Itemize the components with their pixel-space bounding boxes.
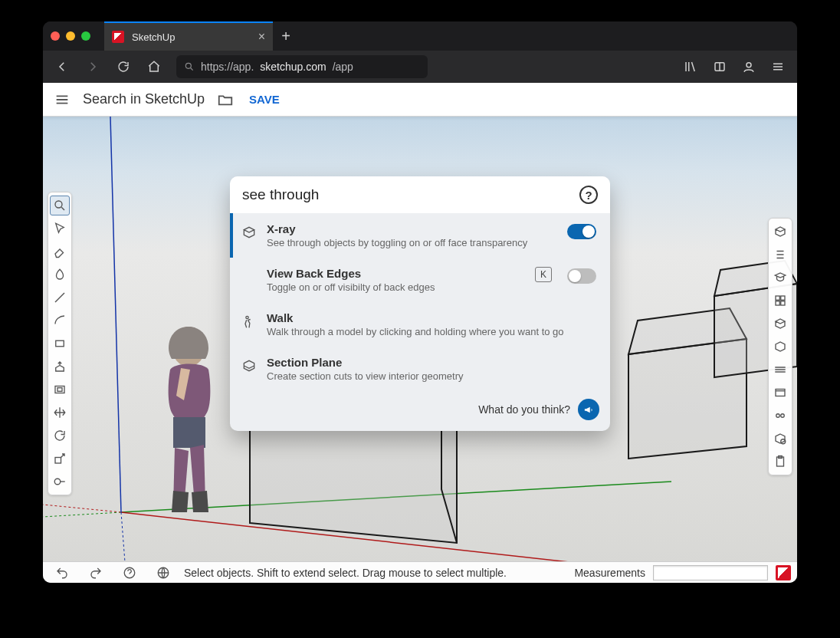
offset-tool-button[interactable] — [50, 380, 70, 400]
arc-tool-button[interactable] — [50, 311, 70, 331]
redo-button[interactable] — [83, 561, 109, 584]
sketchup-favicon-icon — [112, 31, 124, 43]
undo-button[interactable] — [49, 561, 75, 584]
browser-tabbar: SketchUp × + — [43, 21, 797, 51]
svg-rect-20 — [55, 386, 64, 393]
svg-rect-17 — [173, 417, 205, 448]
close-tab-icon[interactable]: × — [258, 30, 265, 44]
result-walk[interactable]: Walk Walk through a model by clicking an… — [230, 302, 610, 347]
browser-toolbar: https://app.sketchup.com/app — [43, 51, 797, 83]
entity-info-button[interactable] — [770, 222, 790, 242]
instructor-button[interactable] — [770, 268, 790, 288]
select-tool-button[interactable] — [50, 219, 70, 238]
result-desc: See through objects by toggling on or of… — [267, 237, 558, 248]
minimize-window-icon[interactable] — [66, 31, 75, 41]
scenes-button[interactable] — [770, 383, 790, 403]
result-view-back-edges[interactable]: View Back Edges Toggle on or off visibil… — [230, 258, 610, 302]
components-button[interactable] — [770, 291, 790, 311]
shortcut-badge: K — [535, 267, 552, 282]
result-title: X-ray — [267, 222, 558, 235]
svg-point-2 — [746, 63, 751, 67]
main-menu-button[interactable] — [49, 88, 75, 111]
result-title: Section Plane — [267, 356, 596, 369]
search-results-popup: ? X-ray See through objects by toggling … — [230, 176, 610, 431]
svg-rect-27 — [781, 301, 785, 305]
open-file-button[interactable] — [212, 88, 238, 111]
left-toolbar — [48, 192, 72, 495]
rotate-tool-button[interactable] — [50, 426, 70, 446]
feedback-label: What do you think? — [478, 403, 570, 416]
result-xray[interactable]: X-ray See through objects by toggling on… — [230, 213, 610, 258]
status-bar: Select objects. Shift to extend select. … — [43, 561, 797, 583]
clipboard-button[interactable] — [770, 452, 790, 472]
result-desc: Toggle on or off visibilty of back edges — [267, 281, 526, 293]
pushpull-tool-button[interactable] — [50, 357, 70, 377]
forward-button[interactable] — [80, 55, 106, 78]
browser-tab[interactable]: SketchUp × — [104, 21, 273, 51]
language-button[interactable] — [150, 561, 176, 584]
tags-button[interactable] — [770, 360, 790, 380]
model-viewport[interactable]: ? X-ray See through objects by toggling … — [43, 117, 797, 561]
svg-point-23 — [54, 479, 61, 485]
xray-icon — [241, 224, 258, 241]
search-icon — [184, 61, 195, 72]
reload-button[interactable] — [110, 55, 136, 78]
result-title: Walk — [267, 311, 596, 324]
eraser-tool-button[interactable] — [50, 242, 70, 261]
right-toolbar — [768, 218, 792, 475]
url-field[interactable]: https://app.sketchup.com/app — [176, 55, 428, 78]
display-button[interactable] — [770, 406, 790, 426]
browser-window: SketchUp × + https://app.sketchup.com/ap… — [43, 21, 797, 583]
svg-line-6 — [43, 505, 121, 512]
back-button[interactable] — [49, 55, 75, 78]
svg-rect-25 — [781, 296, 785, 300]
result-title: View Back Edges — [267, 267, 526, 280]
svg-point-30 — [781, 414, 785, 418]
styles-button[interactable] — [770, 337, 790, 357]
reader-button[interactable] — [707, 55, 733, 78]
help-icon[interactable]: ? — [579, 186, 598, 204]
measurements-input[interactable] — [653, 565, 768, 580]
xray-toggle[interactable] — [567, 224, 596, 239]
zoom-window-icon[interactable] — [81, 31, 90, 41]
tape-tool-button[interactable] — [50, 472, 70, 492]
svg-rect-19 — [56, 340, 64, 347]
app-menu-button[interactable] — [765, 55, 791, 78]
back-edges-toggle[interactable] — [567, 268, 596, 284]
paint-tool-button[interactable] — [50, 265, 70, 284]
sketchup-app: Search in SketchUp SAVE — [43, 83, 797, 583]
svg-line-7 — [110, 117, 121, 512]
status-help-button[interactable] — [116, 561, 143, 584]
model-info-button[interactable] — [770, 429, 790, 449]
measurements-label: Measurements — [574, 567, 645, 579]
svg-rect-26 — [776, 301, 779, 305]
materials-button[interactable] — [770, 314, 790, 334]
window-controls — [51, 31, 104, 41]
scale-tool-button[interactable] — [50, 449, 70, 469]
sketchup-logo-icon[interactable] — [776, 565, 791, 580]
search-tool-button[interactable] — [50, 196, 70, 215]
new-tab-button[interactable]: + — [273, 25, 299, 48]
popup-search-row: ? — [230, 176, 610, 213]
svg-rect-24 — [776, 296, 779, 300]
result-section-plane[interactable]: Section Plane Create section cuts to vie… — [230, 347, 610, 391]
outliner-button[interactable] — [770, 245, 790, 265]
walk-icon — [241, 313, 258, 330]
tab-title: SketchUp — [132, 31, 175, 43]
svg-line-4 — [43, 512, 121, 517]
line-tool-button[interactable] — [50, 288, 70, 307]
popup-search-input[interactable] — [242, 186, 572, 203]
svg-rect-22 — [55, 458, 61, 464]
rectangle-tool-button[interactable] — [50, 334, 70, 354]
back-edges-icon — [241, 268, 258, 285]
library-button[interactable] — [678, 55, 704, 78]
close-window-icon[interactable] — [51, 31, 60, 41]
feedback-button[interactable] — [578, 399, 599, 420]
svg-point-18 — [55, 201, 62, 208]
account-button[interactable] — [736, 55, 762, 78]
status-hint: Select objects. Shift to extend select. … — [184, 567, 507, 579]
home-button[interactable] — [141, 55, 167, 78]
svg-rect-28 — [776, 390, 785, 396]
save-button[interactable]: SAVE — [249, 93, 280, 106]
move-tool-button[interactable] — [50, 403, 70, 423]
